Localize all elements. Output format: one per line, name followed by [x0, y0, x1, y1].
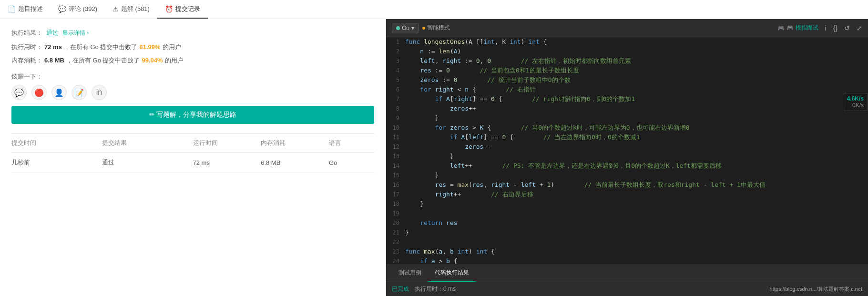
tab-test-case[interactable]: 测试用例 — [392, 265, 428, 282]
line-number: 10 — [386, 123, 405, 133]
result-external-link[interactable]: https://blog.csdn.n.../算法题解答案.c.net — [770, 286, 862, 293]
line-code: res := 0 // 当前包含0和1的最长子数组长度 — [405, 66, 868, 75]
tab-execution-result[interactable]: 代码执行结果 — [428, 265, 476, 282]
line-code: right++ // 右边界后移 — [405, 190, 868, 199]
solution-icon: ⚠ — [112, 5, 119, 13]
code-line: 4 res := 0 // 当前包含0和1的最长子数组长度 — [386, 66, 868, 75]
lang-label: Go — [402, 25, 409, 31]
memory-suffix: 的用户 — [165, 56, 184, 65]
code-line: 9 } — [386, 113, 868, 123]
code-line: 7 if A[right] == 0 { // right指针指向0，则0的个数… — [386, 94, 868, 104]
submissions-table: 提交时间 提交结果 运行时间 内存消耗 语言 几秒前 通过 72 ms 6.8 … — [11, 133, 374, 173]
smart-dot-icon — [422, 27, 425, 30]
line-code: n := len(A) — [405, 47, 868, 56]
time-stat-row: 执行用时： 72 ms ，在所有 Go 提交中击败了 81.99% 的用户 — [11, 43, 374, 51]
note-share-btn[interactable]: 📝 — [71, 85, 87, 100]
line-code: } — [405, 171, 868, 180]
format-icon[interactable]: {} — [833, 24, 837, 32]
tab-comments[interactable]: 💬 评论 (392) — [51, 0, 105, 19]
time-label: 执行用时： — [11, 43, 42, 51]
toolbar-left: Go ▾ 智能模式 — [392, 23, 450, 33]
memory-stat-row: 内存消耗： 6.8 MB ，在所有 Go 提交中击败了 99.04% 的用户 — [11, 56, 374, 65]
code-line: 23func max(a, b int) int { — [386, 247, 868, 256]
line-code: func longestOnes(A []int, K int) int { — [405, 37, 868, 47]
tab-submissions[interactable]: ⏰ 提交记录 — [157, 0, 208, 19]
reset-icon[interactable]: ↺ — [844, 24, 850, 32]
code-line: 17 right++ // 右边界后移 — [386, 190, 868, 199]
code-line: 22 — [386, 237, 868, 247]
time-value: 72 ms — [44, 43, 62, 51]
network-badge: 4.6K/s 0K/s — [843, 93, 868, 111]
result-time: 执行用时：0 ms — [415, 285, 456, 293]
line-code: return res — [405, 218, 868, 228]
simulate-label: 🎮 模拟面试 — [786, 24, 818, 32]
line-number: 12 — [386, 142, 405, 152]
code-line: 12 zeros-- — [386, 142, 868, 152]
cell-lang: Go — [329, 159, 374, 166]
line-number: 15 — [386, 171, 405, 180]
line-code: left++ // PS: 不管是左边界，还是右边界遇到0，且0的个数超过K，l… — [405, 161, 868, 171]
execution-pass: 通过 — [46, 29, 59, 37]
result-bar: 已完成 执行用时：0 ms https://blog.csdn.n.../算法题… — [386, 282, 868, 296]
bottom-bar: 测试用例 代码执行结果 — [386, 265, 868, 282]
line-number: 16 — [386, 180, 405, 190]
fullscreen-icon[interactable]: ⤢ — [857, 24, 862, 32]
bottom-tabs: 测试用例 代码执行结果 — [392, 265, 476, 282]
line-code: if a > b { — [405, 256, 868, 265]
language-selector[interactable]: Go ▾ — [392, 23, 419, 33]
table-header: 提交时间 提交结果 运行时间 内存消耗 语言 — [11, 133, 374, 153]
line-code: } — [405, 199, 868, 209]
cell-result: 通过 — [102, 158, 193, 167]
line-number: 24 — [386, 256, 405, 265]
linkedin-share-btn[interactable]: in — [92, 85, 107, 100]
cell-time: 几秒前 — [11, 158, 102, 167]
line-code: if A[right] == 0 { // right指针指向0，则0的个数加1 — [405, 94, 868, 104]
memory-value: 6.8 MB — [44, 57, 64, 64]
line-number: 6 — [386, 85, 405, 94]
show-details-link[interactable]: 显示详情 › — [62, 29, 89, 37]
right-panel: Go ▾ 智能模式 🎮 🎮 模拟面试 i {} ↺ — [386, 19, 868, 296]
line-number: 14 — [386, 161, 405, 171]
line-number: 5 — [386, 75, 405, 85]
lang-chevron-icon: ▾ — [411, 25, 414, 31]
code-line: 20 return res — [386, 218, 868, 228]
person-share-btn[interactable]: 👤 — [51, 85, 67, 100]
share-label: 炫耀一下： — [11, 72, 374, 81]
code-line: 18 } — [386, 199, 868, 209]
code-editor[interactable]: 1func longestOnes(A []int, K int) int {2… — [386, 37, 868, 265]
code-line: 6 for right < n { // 右指针 — [386, 85, 868, 94]
line-number: 4 — [386, 66, 405, 75]
code-line: 21} — [386, 228, 868, 237]
main-content: 执行结果： 通过 显示详情 › 执行用时： 72 ms ，在所有 Go 提交中击… — [0, 19, 868, 296]
line-number: 21 — [386, 228, 405, 237]
line-code — [405, 209, 868, 218]
tab-solution[interactable]: ⚠ 题解 (581) — [105, 0, 157, 19]
code-line: 24 if a > b { — [386, 256, 868, 265]
share-section: 炫耀一下： 💬 🔴 👤 📝 in — [11, 72, 374, 100]
code-line: 16 res = max(res, right - left + 1) // 当… — [386, 180, 868, 190]
simulate-btn[interactable]: 🎮 🎮 模拟面试 — [777, 24, 818, 32]
info-icon[interactable]: i — [825, 24, 827, 32]
execution-label: 执行结果： — [11, 29, 42, 37]
tab-description[interactable]: 📄 题目描述 — [0, 0, 51, 19]
code-line: 2 n := len(A) — [386, 47, 868, 56]
time-suffix: 的用户 — [163, 43, 181, 51]
line-number: 13 — [386, 152, 405, 161]
toolbar-right: 🎮 🎮 模拟面试 i {} ↺ ⤢ — [777, 24, 862, 32]
table-row: 几秒前 通过 72 ms 6.8 MB Go — [11, 153, 374, 173]
write-solution-button[interactable]: ✏ 写题解，分享我的解题思路 — [11, 106, 374, 124]
line-number: 1 — [386, 37, 405, 47]
memory-pct: 99.04% — [142, 57, 163, 64]
line-number: 11 — [386, 133, 405, 142]
header-lang: 语言 — [329, 139, 374, 147]
code-line: 1func longestOnes(A []int, K int) int { — [386, 37, 868, 47]
right-panel-wrapper: Go ▾ 智能模式 🎮 🎮 模拟面试 i {} ↺ — [386, 19, 868, 296]
line-code: left, right := 0, 0 // 左右指针，初始时都指向数组首元素 — [405, 56, 868, 66]
wechat-share-btn[interactable]: 💬 — [11, 85, 27, 100]
result-status: 已完成 — [392, 285, 409, 293]
weibo-share-btn[interactable]: 🔴 — [31, 85, 47, 100]
share-icons: 💬 🔴 👤 📝 in — [11, 85, 374, 100]
line-number: 2 — [386, 47, 405, 56]
smart-mode-indicator: 智能模式 — [422, 24, 450, 32]
line-code: zeros := 0 // 统计当前子数组中0的个数 — [405, 75, 868, 85]
